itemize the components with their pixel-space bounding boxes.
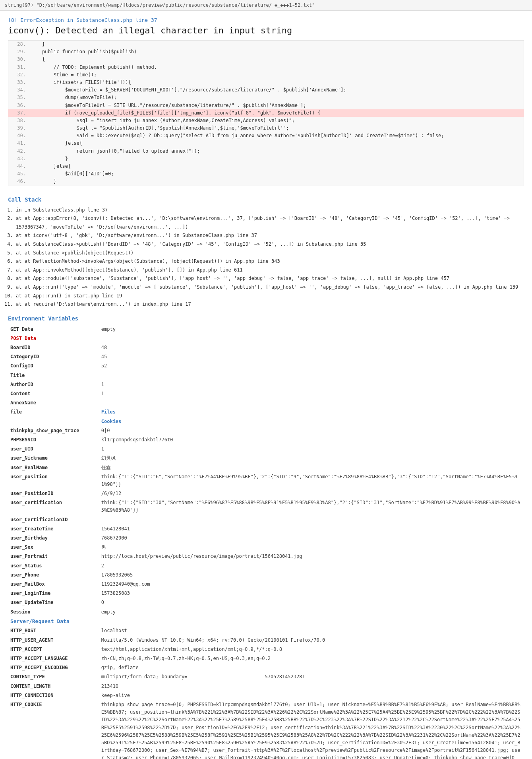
env-row: CONTENT_LENGTH213410	[8, 682, 524, 691]
env-row: user_CreateTime1564128041	[8, 524, 524, 534]
env-row: PHPSESSIDkl1rpcmnpdsqsmdakbtl776t0	[8, 435, 524, 445]
env-value: 48	[99, 343, 524, 352]
env-value: 768672000	[99, 534, 524, 543]
env-value: 1192324940@qq.com	[99, 580, 524, 589]
env-value: 213410	[99, 682, 524, 691]
line-code: $sql = "insert into ju_annex (Author,Ann…	[31, 117, 295, 124]
code-line: 42. return json([0,"failed to upload ann…	[8, 148, 524, 155]
env-key: HTTP_ACCEPT_LANGUAGE	[8, 654, 99, 663]
code-line: 32. $time = time();	[8, 71, 524, 79]
code-line: 46. }	[8, 178, 524, 185]
line-number: 39.	[12, 124, 26, 132]
env-key: Content	[8, 389, 99, 398]
line-code: // TODO: Implement publish() method.	[31, 64, 157, 71]
env-value: think:{"1":{"SID":"6","SortName":"%E7%A4…	[99, 472, 524, 489]
env-row: GET Dataempty	[8, 325, 524, 334]
env-key: HTTP_USER_AGENT	[8, 636, 99, 645]
env-key: user_Birthday	[8, 534, 99, 543]
env-row: Sessionempty	[8, 608, 524, 617]
env-row: user_MailBox1192324940@qq.com	[8, 580, 524, 589]
env-row: AnnexName	[8, 398, 524, 408]
env-key: user_CertificationID	[8, 515, 99, 524]
env-key: CONTENT_LENGTH	[8, 682, 99, 691]
env-value: think:{"1":{"SID":"30","SortName":"%E6%9…	[99, 498, 524, 515]
env-key: Title	[8, 371, 99, 380]
call-stack-title: Call Stack	[8, 196, 524, 203]
line-code: return json([0,"failed to upload annex!"…	[31, 148, 200, 155]
env-value: keep-alive	[99, 691, 524, 700]
line-number: 38.	[12, 117, 26, 124]
call-stack-item: at at App::module(['substance', 'Substan…	[16, 274, 524, 283]
code-line: 43. }	[8, 155, 524, 163]
env-key: HTTP_ACCEPT	[8, 645, 99, 654]
env-key: HTTP_HOST	[8, 626, 99, 635]
env-key: AnnexName	[8, 398, 99, 408]
env-value: /6/9/12	[99, 489, 524, 498]
env-key: user_PositionID	[8, 489, 99, 498]
top-bar-text: string(97) "D:/software/environment/wamp…	[5, 2, 315, 8]
error-title: iconv(): Detected an illegal character i…	[8, 25, 524, 35]
env-value: thinkphp_show_page_trace=0|0; PHPSESSID=…	[99, 700, 524, 759]
env-key: Server/Request Data	[8, 617, 99, 627]
env-row: user_Nickname幻灵枫	[8, 454, 524, 463]
env-value: text/html,application/xhtml+xml,applicat…	[99, 645, 524, 654]
env-row: user_UpdateTime0	[8, 598, 524, 607]
env-row: user_Sex男	[8, 543, 524, 552]
call-stack-item: at at App::appError(8, 'iconv(): Detecte…	[16, 214, 524, 231]
line-number: 30.	[12, 56, 26, 63]
code-line: 36. $moveToFileUrl = SITE_URL."/resource…	[8, 102, 524, 109]
env-key: user_UID	[8, 445, 99, 454]
line-number: 46.	[12, 178, 26, 185]
code-line: 35. dump($moveToFile);	[8, 94, 524, 101]
code-line: 38. $sql = "insert into ju_annex (Author…	[8, 117, 524, 124]
code-line: 29. public function publish($publish)	[8, 48, 524, 56]
line-code: $moveToFileUrl = SITE_URL."/resource/sub…	[31, 102, 306, 109]
call-stack-item: at at App::run(['type' => 'module', 'mod…	[16, 283, 524, 292]
call-stack-item: at at App::run() in start.php line 19	[16, 292, 524, 301]
env-section: GET DataemptyPOST DataBoardID48CategoryI…	[0, 325, 532, 759]
env-value: kl1rpcmnpdsqsmdakbtl776t0	[99, 435, 524, 445]
line-code: {	[31, 56, 45, 63]
line-number: 44.	[12, 163, 26, 170]
env-row: HTTP_HOSTlocalhost	[8, 626, 524, 635]
env-key: CONTENT_TYPE	[8, 672, 99, 681]
env-row-post: POST Data	[8, 334, 524, 343]
env-row: HTTP_ACCEPT_LANGUAGEzh-CN,zh;q=0.8,zh-TW…	[8, 654, 524, 663]
line-code: public function publish($publish)	[31, 48, 137, 56]
line-code: $aid = Db::execute($sql) ? Db::query("se…	[31, 132, 444, 140]
env-row: Content1	[8, 389, 524, 398]
env-key: PHPSESSID	[8, 435, 99, 445]
call-stack-item: at at App::invokeMethod([object(Substanc…	[16, 266, 524, 275]
env-value: 男	[99, 543, 524, 552]
env-key: user_UpdateTime	[8, 598, 99, 607]
env-value: http://localhost/preview/public/resource…	[99, 552, 524, 561]
code-line: 37. if (move_uploaded_file($_FILES['file…	[8, 109, 524, 117]
env-key: user_MailBox	[8, 580, 99, 589]
code-block: 28. }29. public function publish($publis…	[8, 40, 524, 186]
line-number: 37.	[12, 109, 26, 117]
env-value: Files	[99, 408, 524, 417]
error-header: [8] ErrorException in SubstanceClass.php…	[8, 17, 524, 23]
code-line: 41. }else{	[8, 140, 524, 147]
call-stack-item: at at ReflectionMethod->invokeArgs(objec…	[16, 257, 524, 266]
env-value	[99, 617, 524, 627]
env-value: localhost	[99, 626, 524, 635]
call-stack-list: in in SubstanceClass.php line 37at at Ap…	[16, 206, 524, 309]
line-number: 34.	[12, 86, 26, 94]
env-key: HTTP_CONNECTION	[8, 691, 99, 700]
env-key: user_Portrait	[8, 552, 99, 561]
line-code: $moveToFile = $_SERVER['DOCUMENT_ROOT'].…	[31, 86, 346, 94]
line-code: $sql .= "$publish[AuthorID],'$publish[An…	[31, 124, 289, 132]
env-key-post: POST Data	[8, 334, 99, 343]
env-value	[99, 371, 524, 380]
call-stack-item: at at require('D:\software\environm...')…	[16, 300, 524, 309]
env-value	[99, 398, 524, 408]
code-line: 44. }else{	[8, 163, 524, 170]
env-key: thinkphp_show_page_trace	[8, 426, 99, 435]
line-code: if(isset($_FILES['file'])){	[31, 79, 131, 86]
env-key: user_LoginTime	[8, 589, 99, 598]
code-line: 31. // TODO: Implement publish() method.	[8, 64, 524, 71]
env-key: user_certification	[8, 498, 99, 515]
env-key: HTTP_COOKIE	[8, 700, 99, 759]
line-number: 43.	[12, 155, 26, 163]
